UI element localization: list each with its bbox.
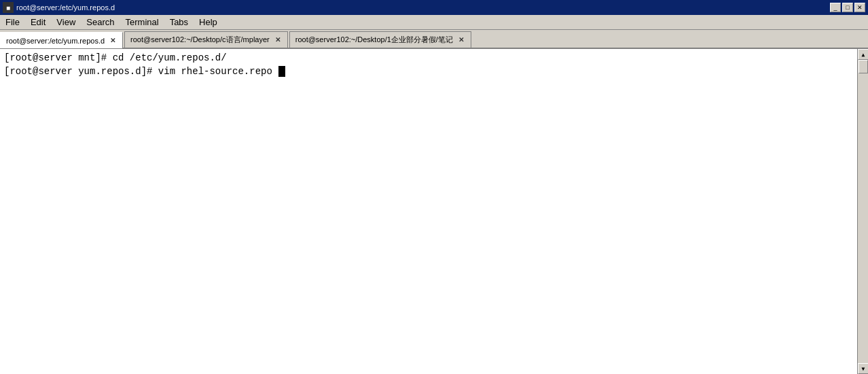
scroll-down-button[interactable]: ▼	[858, 363, 868, 374]
menu-help[interactable]: Help	[194, 15, 223, 29]
title-bar-left: ■ root@server:/etc/yum.repos.d	[3, 2, 115, 13]
title-bar-controls: _ □ ✕	[830, 3, 865, 12]
menu-search[interactable]: Search	[81, 15, 120, 29]
tab-2-close[interactable]: ✕	[274, 36, 282, 44]
scroll-up-button[interactable]: ▲	[858, 49, 868, 60]
menu-tabs[interactable]: Tabs	[164, 15, 194, 29]
tab-1-label: root@server:/etc/yum.repos.d	[6, 37, 105, 45]
tab-3-close[interactable]: ✕	[457, 36, 465, 44]
terminal-wrapper: [root@server mnt]# cd /etc/yum.repos.d/ …	[0, 49, 868, 374]
title-bar: ■ root@server:/etc/yum.repos.d _ □ ✕	[0, 0, 868, 15]
scroll-track	[858, 60, 868, 363]
app-icon: ■	[3, 2, 14, 13]
maximize-button[interactable]: □	[842, 3, 853, 12]
menu-terminal[interactable]: Terminal	[120, 15, 164, 29]
cursor	[278, 66, 285, 77]
terminal-line-2: [root@server yum.repos.d]# vim rhel-sour…	[4, 65, 853, 79]
scroll-thumb[interactable]	[858, 60, 868, 73]
menu-bar: File Edit View Search Terminal Tabs Help	[0, 15, 868, 30]
menu-edit[interactable]: Edit	[25, 15, 51, 29]
tab-3[interactable]: root@server102:~/Desktop/1企业部分暑假/笔记 ✕	[289, 31, 471, 48]
tab-1-close[interactable]: ✕	[109, 37, 117, 45]
tab-3-label: root@server102:~/Desktop/1企业部分暑假/笔记	[295, 35, 453, 45]
menu-file[interactable]: File	[0, 15, 25, 29]
tab-2-label: root@server102:~/Desktop/c语言/mplayer	[130, 35, 270, 45]
menu-view[interactable]: View	[51, 15, 81, 29]
terminal-line-1: [root@server mnt]# cd /etc/yum.repos.d/	[4, 52, 853, 65]
tab-bar: root@server:/etc/yum.repos.d ✕ root@serv…	[0, 30, 868, 49]
window-title: root@server:/etc/yum.repos.d	[16, 3, 115, 12]
minimize-button[interactable]: _	[830, 3, 841, 12]
terminal[interactable]: [root@server mnt]# cd /etc/yum.repos.d/ …	[0, 49, 857, 374]
tab-1[interactable]: root@server:/etc/yum.repos.d ✕	[0, 32, 123, 48]
close-button[interactable]: ✕	[854, 3, 865, 12]
tab-2[interactable]: root@server102:~/Desktop/c语言/mplayer ✕	[124, 31, 288, 48]
scrollbar[interactable]: ▲ ▼	[857, 49, 868, 374]
